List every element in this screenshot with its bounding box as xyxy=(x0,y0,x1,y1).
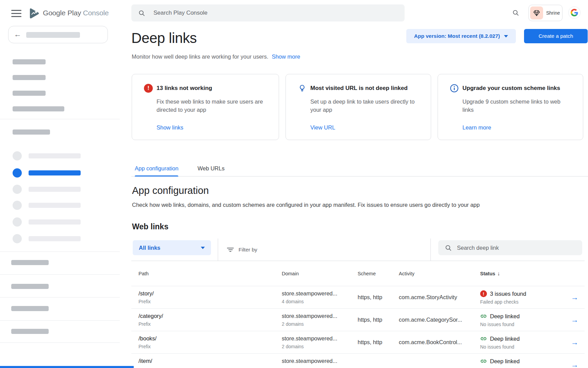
card-body: Set up a deep link to take users directl… xyxy=(310,97,421,114)
column-header-status[interactable]: Status↓ xyxy=(473,271,565,277)
web-links-table: Path Domain Scheme Activity Status↓ /sto… xyxy=(131,261,585,368)
card-title: Most visited URL is not deep linked xyxy=(310,85,408,92)
activity-cell: com.acme.BookControl... xyxy=(392,339,473,346)
secondary-search-icon[interactable] xyxy=(512,9,519,18)
domain-cell: store.steampowered... 2 domains xyxy=(275,331,350,349)
learn-more-link[interactable]: Learn more xyxy=(462,124,491,131)
error-icon: ! xyxy=(144,84,153,93)
chevron-down-icon xyxy=(504,35,508,37)
deep-link-icon xyxy=(480,313,487,320)
sidebar-skeleton-item[interactable] xyxy=(11,284,49,289)
back-arrow-icon[interactable]: ← xyxy=(14,30,21,39)
web-links-toolbar: All links Filter by Search deep link xyxy=(131,239,585,261)
app-version-dropdown[interactable]: App version: Most recent (8.2.027) xyxy=(406,29,516,43)
domain-cell: store.steampowered... 4 domains xyxy=(275,286,350,304)
sidebar-skeleton-item[interactable] xyxy=(13,91,46,96)
status-cell: ! 3 issues found Failed app checks xyxy=(473,286,565,305)
table-row[interactable]: /category/ Prefix store.steampowered... … xyxy=(131,309,585,331)
app-selector-label: Shrine xyxy=(546,10,560,16)
sidebar-divider xyxy=(0,342,120,343)
sidebar-divider xyxy=(0,251,120,252)
app-selector-chip[interactable]: Shrine xyxy=(528,5,562,21)
status-cell: ! Deep linked No issues found xyxy=(473,309,565,327)
view-url-link[interactable]: View URL xyxy=(310,124,335,131)
column-header-path[interactable]: Path xyxy=(131,271,275,276)
back-navigation-card[interactable]: ← xyxy=(8,26,108,43)
row-detail-arrow[interactable]: → xyxy=(565,316,585,324)
sidebar-skeleton-item[interactable] xyxy=(11,306,49,311)
sidebar-divider xyxy=(0,297,120,297)
sidebar-skeleton-item[interactable] xyxy=(13,59,46,64)
sidebar-skeleton-item[interactable] xyxy=(13,75,46,80)
card-title: Upgrade your custom scheme links xyxy=(462,85,560,92)
sidebar-skeleton-item[interactable] xyxy=(11,260,49,265)
domain-cell: store.steampowered... 2 domains xyxy=(275,309,350,327)
path-cell: /books/ Prefix xyxy=(131,331,275,349)
activity-cell: com.acme.CategorySor... xyxy=(392,317,473,323)
play-console-logo-icon xyxy=(28,7,40,21)
sidebar-divider xyxy=(0,320,120,321)
status-cell: ! Deep linked No issues found xyxy=(473,331,565,350)
filter-by-button[interactable]: Filter by xyxy=(227,239,257,261)
menu-icon[interactable] xyxy=(11,10,21,17)
scheme-cell: https, http xyxy=(350,339,392,346)
path-cell: /item/ xyxy=(131,354,275,366)
section-description: Check how web links, domains, and custom… xyxy=(132,202,480,208)
bottom-edge-element xyxy=(0,366,134,368)
table-row[interactable]: /item/ store.steampowered... ! Deep link… xyxy=(131,354,585,368)
sidebar-divider xyxy=(0,119,120,119)
toolbar-divider xyxy=(218,239,218,261)
deep-link-icon xyxy=(480,358,487,365)
path-cell: /story/ Prefix xyxy=(131,286,275,304)
section-heading: App configuration xyxy=(132,185,209,196)
scheme-cell: https, http xyxy=(350,294,392,301)
google-logo-icon xyxy=(571,9,578,16)
deep-link-search-input[interactable]: Search deep link xyxy=(438,240,582,255)
table-header-row: Path Domain Scheme Activity Status↓ xyxy=(131,261,585,286)
deep-link-search-placeholder: Search deep link xyxy=(457,245,499,251)
column-header-scheme[interactable]: Scheme xyxy=(350,271,392,276)
create-patch-button[interactable]: Create a patch xyxy=(524,29,588,43)
status-cell: ! Deep linked xyxy=(473,354,565,367)
play-console-logo-text: Google Play Console xyxy=(43,9,109,17)
column-header-domain[interactable]: Domain xyxy=(275,271,350,276)
row-detail-arrow[interactable]: → xyxy=(565,293,585,302)
sidebar-skeleton-item[interactable] xyxy=(11,329,49,334)
app-name-skeleton xyxy=(26,32,80,38)
activity-cell: com.acme.StoryActivity xyxy=(392,294,473,301)
console-search-bar[interactable]: Search Play Console xyxy=(131,4,405,21)
path-cell: /category/ Prefix xyxy=(131,309,275,327)
column-header-activity[interactable]: Activity xyxy=(392,271,473,276)
web-links-heading: Web links xyxy=(132,222,168,231)
sidebar-skeleton-item[interactable] xyxy=(13,106,64,111)
google-account-avatar[interactable] xyxy=(568,6,581,19)
lightbulb-icon xyxy=(298,84,307,93)
search-icon xyxy=(445,244,452,251)
table-row[interactable]: /books/ Prefix store.steampowered... 2 d… xyxy=(131,331,585,354)
show-links-link[interactable]: Show links xyxy=(157,124,183,131)
row-detail-arrow[interactable]: → xyxy=(565,338,585,347)
upgrade-scheme-links-card: Upgrade your custom scheme links Upgrade… xyxy=(438,74,583,140)
info-icon xyxy=(450,84,459,93)
row-detail-arrow[interactable]: → xyxy=(565,361,585,368)
table-row[interactable]: /story/ Prefix store.steampowered... 4 d… xyxy=(131,286,585,309)
toolbar-divider xyxy=(430,239,431,261)
tab-bar: App configuration Web URLs xyxy=(131,160,588,177)
card-body: Fix these web links to make sure users a… xyxy=(157,97,268,114)
console-search-placeholder: Search Play Console xyxy=(153,10,208,16)
page-subtitle: Monitor how well deep links are working … xyxy=(132,53,268,60)
links-not-working-card: ! 13 links not working Fix these web lin… xyxy=(132,74,279,140)
gem-icon xyxy=(533,9,540,17)
show-more-link[interactable]: Show more xyxy=(272,53,300,60)
filter-icon xyxy=(227,247,234,253)
insight-cards: ! 13 links not working Fix these web lin… xyxy=(132,74,583,140)
most-visited-url-card: Most visited URL is not deep linked Set … xyxy=(285,74,431,140)
all-links-dropdown[interactable]: All links xyxy=(133,240,211,255)
card-body: Upgrade 9 custom scheme links to web lin… xyxy=(462,97,573,114)
card-title: 13 links not working xyxy=(157,85,212,92)
table-body: /story/ Prefix store.steampowered... 4 d… xyxy=(131,286,585,368)
search-icon xyxy=(138,10,145,17)
tab-app-configuration[interactable]: App configuration xyxy=(135,160,178,177)
deep-link-icon xyxy=(480,335,487,342)
tab-web-urls[interactable]: Web URLs xyxy=(197,160,224,177)
